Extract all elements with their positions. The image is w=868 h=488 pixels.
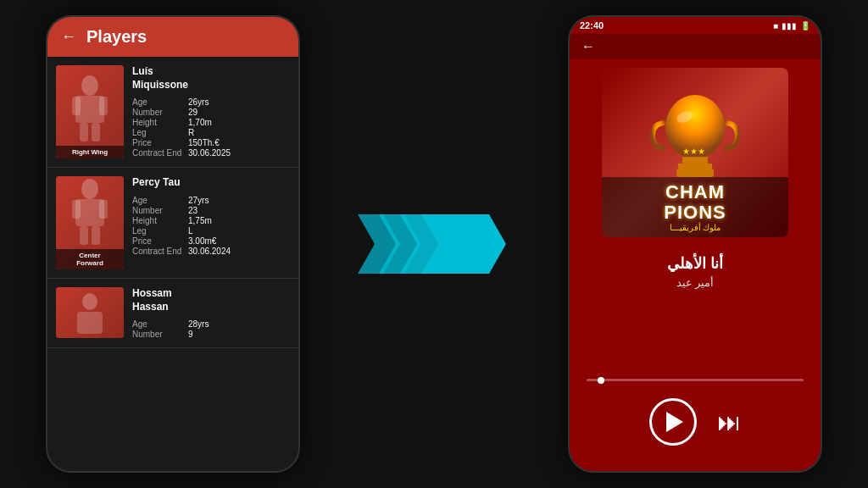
champions-overlay: CHAMPIONS ملوك أفريقيـــا bbox=[602, 177, 788, 237]
info-row: Height 1,70m bbox=[132, 118, 290, 127]
play-icon bbox=[666, 412, 683, 432]
info-value: 9 bbox=[188, 330, 193, 339]
info-value: 23 bbox=[188, 206, 198, 215]
info-label: Number bbox=[132, 206, 183, 215]
play-button[interactable] bbox=[649, 398, 697, 446]
player-info: Percy Tau Age 27yrs Number 23 Height 1,7… bbox=[132, 176, 290, 269]
info-value: 30.06.2024 bbox=[188, 247, 231, 256]
svg-rect-3 bbox=[99, 97, 108, 115]
status-time: 22:40 bbox=[580, 20, 604, 30]
player-name: HossamHassan bbox=[132, 287, 290, 313]
svg-rect-5 bbox=[92, 123, 100, 141]
left-phone-header: ← Players bbox=[47, 17, 298, 57]
scene: ← Players Right Wing bbox=[0, 0, 868, 488]
arabic-subtitle: ملوك أفريقيـــا bbox=[607, 223, 783, 232]
svg-rect-21 bbox=[682, 157, 708, 164]
forward-arrow-icon bbox=[358, 210, 510, 278]
player-position: Right Wing bbox=[56, 146, 124, 158]
arrow-chevrons bbox=[358, 210, 510, 278]
player-silhouette bbox=[60, 74, 120, 146]
info-label: Age bbox=[132, 97, 183, 107]
signal-icon: ▮▮▮ bbox=[782, 21, 797, 30]
info-row: Leg L bbox=[132, 226, 290, 236]
info-row: Leg R bbox=[132, 128, 290, 137]
info-value: 1,70m bbox=[188, 118, 212, 127]
back-button-right[interactable]: ← bbox=[581, 39, 595, 54]
svg-text:★★★: ★★★ bbox=[682, 147, 705, 156]
player-photo bbox=[56, 287, 124, 338]
back-button[interactable]: ← bbox=[61, 28, 76, 46]
wifi-icon: ■ bbox=[773, 21, 778, 30]
media-controls: ⏭ bbox=[570, 390, 821, 454]
svg-rect-9 bbox=[99, 200, 108, 219]
svg-rect-13 bbox=[77, 312, 103, 334]
svg-point-6 bbox=[81, 179, 98, 199]
right-header: ← bbox=[570, 34, 821, 59]
phone-right: 22:40 ■ ▮▮▮ 🔋 ← bbox=[568, 15, 822, 473]
champions-text: CHAMPIONS bbox=[607, 182, 783, 223]
player-silhouette bbox=[60, 177, 120, 249]
player-photo: CenterForward bbox=[56, 176, 124, 269]
progress-indicator bbox=[598, 377, 604, 384]
page-title: Players bbox=[86, 27, 147, 47]
list-item[interactable]: Right Wing LuísMiquissone Age 26yrs Numb… bbox=[47, 57, 298, 168]
list-item[interactable]: HossamHassan Age 28yrs Number 9 bbox=[47, 279, 298, 348]
info-row: Number 29 bbox=[132, 108, 290, 117]
player-photo: Right Wing bbox=[56, 65, 124, 158]
info-label: Contract End bbox=[132, 247, 183, 256]
info-value: 30.06.2025 bbox=[188, 148, 231, 158]
player-info: HossamHassan Age 28yrs Number 9 bbox=[132, 287, 290, 339]
svg-rect-4 bbox=[80, 123, 88, 141]
player-info: LuísMiquissone Age 26yrs Number 29 Heigh… bbox=[132, 65, 290, 158]
player-name: Percy Tau bbox=[132, 176, 290, 190]
info-row: Height 1,75m bbox=[132, 216, 290, 225]
arrow-section bbox=[358, 210, 510, 278]
info-label: Number bbox=[132, 108, 183, 117]
progress-bar[interactable] bbox=[587, 379, 804, 381]
player-name: LuísMiquissone bbox=[132, 65, 290, 92]
info-label: Height bbox=[132, 216, 183, 225]
info-label: Number bbox=[132, 330, 183, 339]
album-art-wrapper: ★★★ CHAMPIONS ملوك أفريقيـــا bbox=[570, 59, 821, 246]
info-value: 28yrs bbox=[188, 319, 209, 329]
info-label: Price bbox=[132, 236, 183, 246]
next-button[interactable]: ⏭ bbox=[717, 408, 741, 436]
svg-rect-8 bbox=[72, 200, 81, 219]
players-list[interactable]: Right Wing LuísMiquissone Age 26yrs Numb… bbox=[47, 57, 298, 471]
info-row: Price 150Th.€ bbox=[132, 138, 290, 147]
info-row: Age 26yrs bbox=[132, 97, 290, 107]
svg-rect-22 bbox=[678, 164, 712, 169]
info-row: Price 3.00m€ bbox=[132, 236, 290, 246]
svg-rect-23 bbox=[676, 169, 714, 177]
info-value: 3.00m€ bbox=[188, 236, 216, 246]
svg-point-12 bbox=[82, 293, 97, 310]
info-value: 150Th.€ bbox=[188, 138, 220, 147]
info-value: 1,75m bbox=[188, 216, 212, 225]
info-row: Age 28yrs bbox=[132, 319, 290, 329]
svg-rect-11 bbox=[92, 226, 100, 245]
song-artist: أمير عيد bbox=[578, 276, 812, 289]
svg-rect-2 bbox=[72, 97, 81, 115]
info-value: 26yrs bbox=[188, 97, 209, 107]
svg-point-0 bbox=[81, 75, 98, 96]
list-item[interactable]: CenterForward Percy Tau Age 27yrs Number… bbox=[47, 168, 298, 279]
svg-rect-10 bbox=[80, 226, 88, 245]
status-bar: 22:40 ■ ▮▮▮ 🔋 bbox=[570, 17, 821, 34]
battery-icon: 🔋 bbox=[800, 21, 810, 30]
phone-left: ← Players Right Wing bbox=[46, 15, 300, 473]
info-value: 29 bbox=[188, 108, 198, 117]
info-row: Contract End 30.06.2024 bbox=[132, 247, 290, 256]
info-label: Leg bbox=[132, 226, 183, 236]
info-row: Age 27yrs bbox=[132, 196, 290, 205]
progress-bar-container[interactable] bbox=[570, 379, 821, 381]
album-art: ★★★ CHAMPIONS ملوك أفريقيـــا bbox=[602, 68, 788, 237]
info-row: Contract End 30.06.2025 bbox=[132, 148, 290, 158]
status-icons: ■ ▮▮▮ 🔋 bbox=[773, 21, 810, 30]
info-label: Height bbox=[132, 118, 183, 127]
info-value: L bbox=[188, 226, 193, 236]
song-info: أنا الأهلي أمير عيد bbox=[570, 246, 821, 370]
info-label: Contract End bbox=[132, 148, 183, 158]
info-label: Age bbox=[132, 319, 183, 329]
info-value: 27yrs bbox=[188, 196, 209, 205]
info-row: Number 23 bbox=[132, 206, 290, 215]
